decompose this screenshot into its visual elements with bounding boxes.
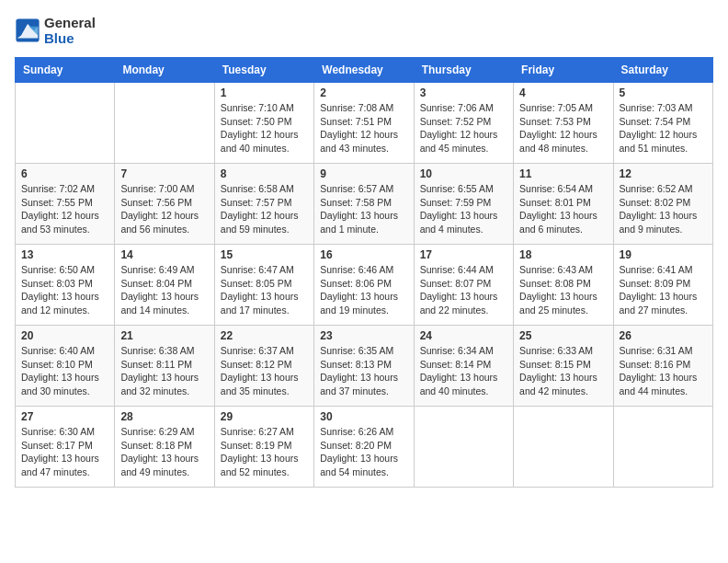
day-number: 17 [420, 248, 507, 261]
calendar-cell: 16Sunrise: 6:46 AM Sunset: 8:06 PM Dayli… [314, 245, 414, 326]
day-info: Sunrise: 7:10 AM Sunset: 7:50 PM Dayligh… [221, 101, 308, 155]
day-info: Sunrise: 6:29 AM Sunset: 8:18 PM Dayligh… [120, 425, 208, 479]
calendar-cell: 21Sunrise: 6:38 AM Sunset: 8:11 PM Dayli… [115, 326, 214, 407]
day-number: 8 [221, 167, 308, 180]
calendar-cell [514, 407, 613, 488]
calendar-cell: 5Sunrise: 7:03 AM Sunset: 7:54 PM Daylig… [613, 83, 712, 164]
day-number: 1 [221, 86, 308, 99]
day-number: 30 [320, 410, 407, 423]
day-number: 13 [21, 248, 108, 261]
day-info: Sunrise: 6:41 AM Sunset: 8:09 PM Dayligh… [620, 263, 707, 317]
day-number: 26 [620, 329, 707, 342]
calendar-cell [16, 83, 115, 164]
day-info: Sunrise: 6:49 AM Sunset: 8:04 PM Dayligh… [120, 263, 208, 317]
day-info: Sunrise: 7:00 AM Sunset: 7:56 PM Dayligh… [120, 182, 208, 236]
day-number: 29 [221, 410, 308, 423]
calendar-cell: 17Sunrise: 6:44 AM Sunset: 8:07 PM Dayli… [414, 245, 513, 326]
day-info: Sunrise: 6:31 AM Sunset: 8:16 PM Dayligh… [620, 344, 707, 398]
day-number: 5 [620, 86, 707, 99]
day-number: 3 [420, 86, 507, 99]
calendar-cell: 9Sunrise: 6:57 AM Sunset: 7:58 PM Daylig… [314, 164, 414, 245]
day-info: Sunrise: 7:05 AM Sunset: 7:53 PM Dayligh… [519, 101, 607, 155]
calendar-week-row: 6Sunrise: 7:02 AM Sunset: 7:55 PM Daylig… [16, 164, 713, 245]
day-number: 2 [320, 86, 407, 99]
calendar-cell: 14Sunrise: 6:49 AM Sunset: 8:04 PM Dayli… [115, 245, 214, 326]
day-info: Sunrise: 6:46 AM Sunset: 8:06 PM Dayligh… [320, 263, 407, 317]
calendar-week-row: 27Sunrise: 6:30 AM Sunset: 8:17 PM Dayli… [16, 407, 713, 488]
weekday-header-thursday: Thursday [414, 58, 513, 83]
calendar-cell: 20Sunrise: 6:40 AM Sunset: 8:10 PM Dayli… [16, 326, 115, 407]
day-number: 9 [320, 167, 407, 180]
weekday-header-tuesday: Tuesday [214, 58, 313, 83]
calendar-cell: 1Sunrise: 7:10 AM Sunset: 7:50 PM Daylig… [214, 83, 313, 164]
calendar-cell [115, 83, 214, 164]
day-info: Sunrise: 6:47 AM Sunset: 8:05 PM Dayligh… [221, 263, 308, 317]
calendar-cell: 7Sunrise: 7:00 AM Sunset: 7:56 PM Daylig… [115, 164, 214, 245]
weekday-header-row: SundayMondayTuesdayWednesdayThursdayFrid… [16, 58, 713, 83]
calendar-cell: 15Sunrise: 6:47 AM Sunset: 8:05 PM Dayli… [214, 245, 313, 326]
day-number: 18 [519, 248, 607, 261]
weekday-header-sunday: Sunday [16, 58, 115, 83]
day-info: Sunrise: 6:33 AM Sunset: 8:15 PM Dayligh… [519, 344, 607, 398]
day-info: Sunrise: 7:03 AM Sunset: 7:54 PM Dayligh… [620, 101, 707, 155]
day-info: Sunrise: 6:58 AM Sunset: 7:57 PM Dayligh… [221, 182, 308, 236]
calendar-cell: 8Sunrise: 6:58 AM Sunset: 7:57 PM Daylig… [214, 164, 313, 245]
logo-icon [15, 17, 40, 43]
day-info: Sunrise: 7:08 AM Sunset: 7:51 PM Dayligh… [320, 101, 407, 155]
day-number: 23 [320, 329, 407, 342]
day-number: 10 [420, 167, 507, 180]
day-info: Sunrise: 6:54 AM Sunset: 8:01 PM Dayligh… [519, 182, 607, 236]
day-info: Sunrise: 6:34 AM Sunset: 8:14 PM Dayligh… [420, 344, 507, 398]
calendar-cell: 4Sunrise: 7:05 AM Sunset: 7:53 PM Daylig… [514, 83, 613, 164]
calendar-table: SundayMondayTuesdayWednesdayThursdayFrid… [15, 57, 713, 488]
calendar-week-row: 13Sunrise: 6:50 AM Sunset: 8:03 PM Dayli… [16, 245, 713, 326]
day-number: 7 [120, 167, 208, 180]
day-info: Sunrise: 6:26 AM Sunset: 8:20 PM Dayligh… [320, 425, 407, 479]
calendar-cell: 26Sunrise: 6:31 AM Sunset: 8:16 PM Dayli… [613, 326, 712, 407]
logo-text: General Blue [44, 15, 96, 46]
day-info: Sunrise: 6:43 AM Sunset: 8:08 PM Dayligh… [519, 263, 607, 317]
calendar-cell: 25Sunrise: 6:33 AM Sunset: 8:15 PM Dayli… [514, 326, 613, 407]
weekday-header-wednesday: Wednesday [314, 58, 414, 83]
calendar-cell [613, 407, 712, 488]
calendar-cell: 13Sunrise: 6:50 AM Sunset: 8:03 PM Dayli… [16, 245, 115, 326]
calendar-cell [414, 407, 513, 488]
calendar-week-row: 1Sunrise: 7:10 AM Sunset: 7:50 PM Daylig… [16, 83, 713, 164]
calendar-cell: 19Sunrise: 6:41 AM Sunset: 8:09 PM Dayli… [613, 245, 712, 326]
weekday-header-monday: Monday [115, 58, 214, 83]
calendar-cell: 23Sunrise: 6:35 AM Sunset: 8:13 PM Dayli… [314, 326, 414, 407]
calendar-cell: 24Sunrise: 6:34 AM Sunset: 8:14 PM Dayli… [414, 326, 513, 407]
day-number: 19 [620, 248, 707, 261]
day-info: Sunrise: 6:50 AM Sunset: 8:03 PM Dayligh… [21, 263, 108, 317]
calendar-cell: 2Sunrise: 7:08 AM Sunset: 7:51 PM Daylig… [314, 83, 414, 164]
day-info: Sunrise: 6:30 AM Sunset: 8:17 PM Dayligh… [21, 425, 108, 479]
day-number: 6 [21, 167, 108, 180]
calendar-cell: 12Sunrise: 6:52 AM Sunset: 8:02 PM Dayli… [613, 164, 712, 245]
day-number: 20 [21, 329, 108, 342]
calendar-cell: 18Sunrise: 6:43 AM Sunset: 8:08 PM Dayli… [514, 245, 613, 326]
calendar-cell: 30Sunrise: 6:26 AM Sunset: 8:20 PM Dayli… [314, 407, 414, 488]
day-info: Sunrise: 6:37 AM Sunset: 8:12 PM Dayligh… [221, 344, 308, 398]
day-number: 25 [519, 329, 607, 342]
day-number: 27 [21, 410, 108, 423]
day-number: 15 [221, 248, 308, 261]
day-number: 4 [519, 86, 607, 99]
day-info: Sunrise: 6:40 AM Sunset: 8:10 PM Dayligh… [21, 344, 108, 398]
day-number: 22 [221, 329, 308, 342]
day-info: Sunrise: 7:06 AM Sunset: 7:52 PM Dayligh… [420, 101, 507, 155]
day-info: Sunrise: 6:38 AM Sunset: 8:11 PM Dayligh… [120, 344, 208, 398]
day-number: 28 [120, 410, 208, 423]
calendar-cell: 3Sunrise: 7:06 AM Sunset: 7:52 PM Daylig… [414, 83, 513, 164]
day-number: 16 [320, 248, 407, 261]
calendar-cell: 11Sunrise: 6:54 AM Sunset: 8:01 PM Dayli… [514, 164, 613, 245]
day-number: 11 [519, 167, 607, 180]
page-header: General Blue [15, 15, 713, 46]
day-info: Sunrise: 6:52 AM Sunset: 8:02 PM Dayligh… [620, 182, 707, 236]
weekday-header-friday: Friday [514, 58, 613, 83]
day-info: Sunrise: 6:27 AM Sunset: 8:19 PM Dayligh… [221, 425, 308, 479]
weekday-header-saturday: Saturday [613, 58, 712, 83]
calendar-cell: 10Sunrise: 6:55 AM Sunset: 7:59 PM Dayli… [414, 164, 513, 245]
day-info: Sunrise: 6:57 AM Sunset: 7:58 PM Dayligh… [320, 182, 407, 236]
calendar-week-row: 20Sunrise: 6:40 AM Sunset: 8:10 PM Dayli… [16, 326, 713, 407]
day-number: 24 [420, 329, 507, 342]
